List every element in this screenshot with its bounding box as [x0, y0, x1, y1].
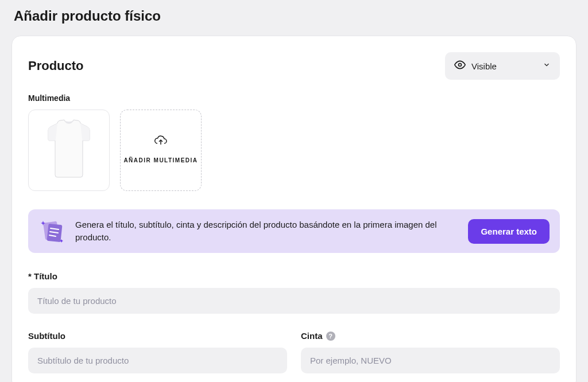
ribbon-input[interactable]	[301, 348, 560, 373]
visibility-label: Visible	[471, 61, 497, 71]
tshirt-icon	[40, 119, 98, 182]
generate-text-button[interactable]: Generar texto	[468, 219, 550, 244]
page-title: Añadir producto físico	[14, 8, 574, 24]
title-input[interactable]	[28, 288, 560, 314]
visibility-dropdown[interactable]: Visible	[445, 52, 560, 80]
multimedia-label: Multimedia	[28, 93, 560, 103]
eye-icon	[454, 59, 466, 73]
card-title: Producto	[28, 59, 84, 73]
svg-point-0	[459, 64, 462, 67]
help-icon[interactable]: ?	[326, 332, 335, 341]
ribbon-label: Cinta ?	[301, 331, 560, 341]
title-label: * Título	[28, 271, 560, 281]
card-header: Producto Visible	[28, 52, 560, 80]
ai-banner-text: Genera el título, subtítulo, cinta y des…	[75, 219, 459, 244]
subtitle-input[interactable]	[28, 348, 287, 373]
cloud-upload-icon	[154, 135, 168, 149]
add-media-label: AÑADIR MULTIMEDIA	[123, 156, 198, 165]
subtitle-label: Subtítulo	[28, 331, 287, 341]
ai-banner: Genera el título, subtítulo, cinta y des…	[28, 209, 560, 253]
media-thumbnail[interactable]	[28, 110, 110, 191]
chevron-down-icon	[543, 61, 551, 71]
product-card: Producto Visible Multimedia	[11, 36, 577, 382]
ai-sparkle-icon	[38, 217, 66, 245]
title-field: * Título	[28, 271, 560, 314]
add-media-button[interactable]: AÑADIR MULTIMEDIA	[120, 110, 202, 191]
media-row: AÑADIR MULTIMEDIA	[28, 110, 560, 191]
